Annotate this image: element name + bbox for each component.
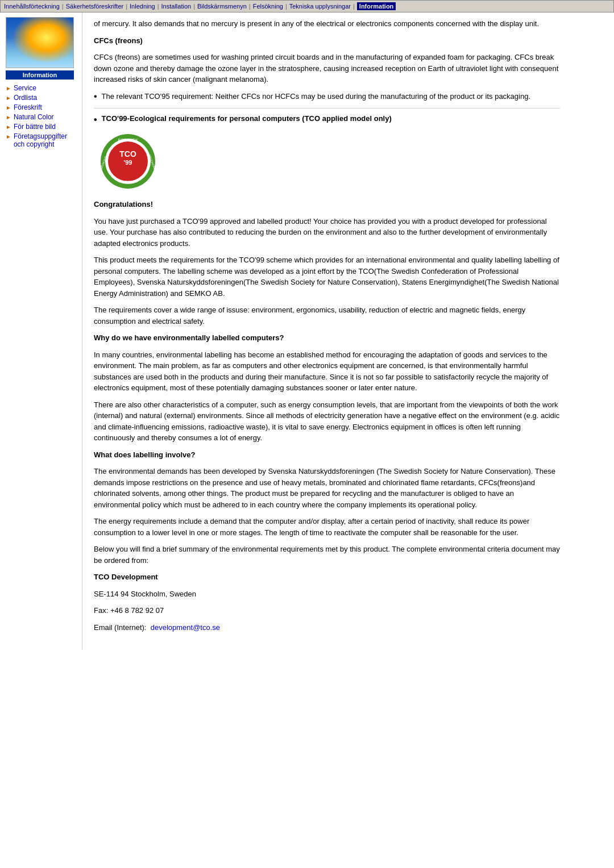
arrow-icon-ordlista: ►	[6, 95, 11, 101]
cfcs-heading: CFCs (freons)	[94, 35, 560, 47]
sidebar-label: Information	[6, 70, 74, 80]
congratulations-paragraph: You have just purchased a TCO'99 approve…	[94, 216, 560, 249]
tco-dev-email-label: Email (Internet):	[94, 623, 146, 632]
sidebar-image	[6, 17, 74, 68]
nav-item-intro[interactable]: Inledning	[130, 3, 155, 10]
tco-dev-email-link[interactable]: development@tco.se	[151, 623, 220, 632]
tco99-heading-text: TCO'99-Ecological requirements for perso…	[102, 114, 392, 123]
sidebar-item-foreskrift[interactable]: ► Föreskrift	[6, 103, 77, 111]
sidebar-item-service[interactable]: ► Service	[6, 84, 77, 92]
svg-text:ECOLOGY: ECOLOGY	[118, 138, 138, 142]
arrow-icon-better-image: ►	[6, 124, 11, 130]
nav-item-safety[interactable]: Säkerhetsföreskrifter	[66, 3, 123, 10]
sidebar-link-company[interactable]: Företagsuppgifter och copyright	[14, 132, 77, 148]
nav-sep-4: |	[193, 3, 195, 10]
sidebar-item-ordlista[interactable]: ► Ordlista	[6, 94, 77, 102]
nav-sep-3: |	[157, 3, 159, 10]
bullet-dot-tco99: •	[94, 114, 97, 126]
svg-text:TCO: TCO	[119, 149, 136, 158]
tco-dev-fax: Fax: +46 8 782 92 07	[94, 605, 560, 616]
nav-sep-7: |	[353, 3, 355, 10]
arrow-icon-service: ►	[6, 85, 11, 91]
nav-item-contents[interactable]: Innehållsförteckning	[4, 3, 60, 10]
nav-sep-6: |	[285, 3, 287, 10]
sidebar-link-natural-color[interactable]: Natural Color	[14, 113, 54, 121]
congratulations-heading: Congratulations!	[94, 199, 560, 210]
intro-paragraph: of mercury. It also demands that no merc…	[94, 18, 560, 30]
sidebar-item-better-image[interactable]: ► För bättre bild	[6, 123, 77, 131]
sidebar-menu: ► Service ► Ordlista ► Föreskrift ► Natu…	[6, 84, 77, 148]
page-layout: Information ► Service ► Ordlista ► Föres…	[0, 12, 614, 650]
tco99-heading-container: • TCO'99-Ecological requirements for per…	[94, 114, 560, 126]
labelling-para2: The energy requirements include a demand…	[94, 516, 560, 538]
bullet-dot-cfcs: •	[94, 91, 97, 103]
nav-sep-1: |	[62, 3, 64, 10]
nav-item-install[interactable]: Installation	[161, 3, 192, 10]
sidebar: Information ► Service ► Ordlista ► Föres…	[0, 12, 82, 650]
svg-text:'99: '99	[124, 159, 132, 166]
sidebar-item-company[interactable]: ► Företagsuppgifter och copyright	[6, 132, 77, 148]
arrow-icon-foreskrift: ►	[6, 105, 11, 111]
tco99-para2: The requirements cover a wide range of i…	[94, 304, 560, 327]
tco-logo-container: TCO '99 ECOLOGY ENERGY EMISSIONS ERGONOM…	[99, 133, 560, 190]
cfcs-bullet-text: The relevant TCO'95 requirement: Neither…	[102, 91, 530, 102]
why-para2: There are also other characteristics of …	[94, 399, 560, 444]
labelling-para3: Below you will find a brief summary of t…	[94, 544, 560, 566]
svg-text:ENERGY: ENERGY	[121, 180, 135, 183]
nav-item-info[interactable]: Information	[357, 2, 396, 10]
tco99-para1: This product meets the requirements for …	[94, 254, 560, 299]
sidebar-image-inner	[6, 18, 73, 68]
nav-item-tech[interactable]: Tekniska upplysningar	[289, 3, 351, 10]
arrow-icon-company: ►	[6, 133, 11, 140]
why-heading: Why do we have environmentally labelled …	[94, 332, 560, 344]
nav-sep-2: |	[126, 3, 127, 10]
tco-logo: TCO '99 ECOLOGY ENERGY EMISSIONS ERGONOM…	[99, 133, 156, 190]
tco-dev-heading: TCO Development	[94, 571, 560, 583]
labelling-para1: The environmental demands has been devel…	[94, 466, 560, 510]
main-content: of mercury. It also demands that no merc…	[82, 12, 571, 650]
sidebar-item-natural-color[interactable]: ► Natural Color	[6, 113, 77, 121]
sidebar-link-service[interactable]: Service	[14, 84, 36, 92]
divider	[94, 108, 560, 108]
sidebar-link-ordlista[interactable]: Ordlista	[14, 94, 37, 102]
cfcs-bullet-point: • The relevant TCO'95 requirement: Neith…	[94, 91, 560, 103]
sidebar-link-better-image[interactable]: För bättre bild	[14, 123, 56, 131]
nav-item-trouble[interactable]: Felsökning	[253, 3, 283, 10]
sidebar-link-foreskrift[interactable]: Föreskrift	[14, 103, 42, 111]
cfcs-paragraph: CFCs (freons) are sometimes used for was…	[94, 52, 560, 85]
tco-dev-email-line: Email (Internet): development@tco.se	[94, 622, 560, 633]
nav-item-menu[interactable]: Bildskärmsmenyn	[197, 3, 247, 10]
nav-bar: Innehållsförteckning | Säkerhetsföreskri…	[0, 0, 614, 12]
labelling-heading: What does labelling involve?	[94, 449, 560, 461]
arrow-icon-natural-color: ►	[6, 114, 11, 120]
why-paragraph: In many countries, environmental labelli…	[94, 349, 560, 394]
nav-sep-5: |	[249, 3, 251, 10]
tco-dev-address1: SE-114 94 Stockholm, Sweden	[94, 589, 560, 600]
